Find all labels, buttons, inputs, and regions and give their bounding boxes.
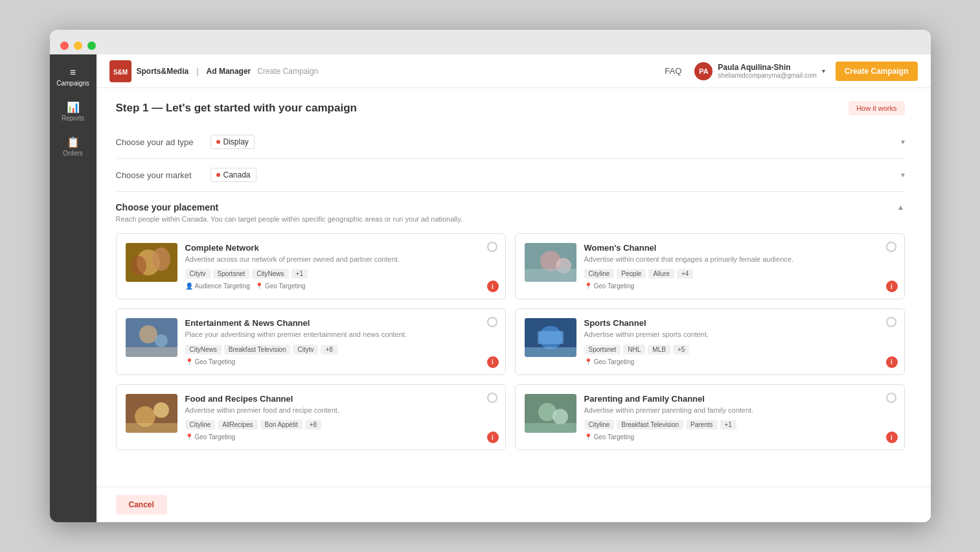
card-title-complete-network: Complete Network: [185, 243, 496, 253]
ad-type-label: Choose your ad type: [116, 137, 200, 147]
placement-card-entertainment-news[interactable]: Entertainment & News Channel Place your …: [116, 308, 506, 374]
card-info-button-complete-network[interactable]: i: [487, 281, 499, 292]
user-menu-chevron[interactable]: ▾: [822, 67, 825, 75]
card-targeting-complete-network: 👤 Audience Targeting 📍 Geo Targeting: [185, 282, 496, 290]
card-tags-womens: Cityline People Allure +4: [584, 269, 895, 279]
card-info-button-entertainment[interactable]: i: [487, 356, 499, 368]
card-tag-more: +8: [305, 420, 321, 430]
placement-card-complete-network[interactable]: Complete Network Advertise across our ne…: [116, 233, 506, 299]
sidebar-item-campaigns[interactable]: ≡ Campaigns: [50, 61, 97, 93]
targeting-geo: 📍 Geo Targeting: [185, 433, 236, 441]
traffic-light-green[interactable]: [87, 41, 96, 50]
logo-area: S&M Sports&Media | Ad Manager: [109, 60, 251, 82]
card-tag: CityNews: [252, 269, 288, 279]
placement-card-parenting[interactable]: Parenting and Family Channel Advertise w…: [515, 384, 905, 450]
svg-rect-16: [538, 331, 564, 344]
card-desc-food: Advertise within premier food and recipe…: [185, 406, 496, 415]
market-accordion[interactable]: Choose your market Canada ▾: [116, 159, 905, 192]
card-tag: Sportsnet: [584, 345, 621, 354]
browser-chrome: [50, 30, 931, 54]
card-title-sports: Sports Channel: [584, 318, 895, 328]
card-targeting-womens: 📍 Geo Targeting: [584, 282, 895, 290]
app-container: ≡ Campaigns 📊 Reports 📋 Orders S&M: [50, 54, 931, 522]
geo-icon: 📍: [584, 433, 592, 441]
card-title-food: Food and Recipes Channel: [185, 394, 496, 404]
topbar: S&M Sports&Media | Ad Manager Create Cam…: [97, 54, 931, 88]
card-desc-entertainment: Place your advertising within premier en…: [185, 330, 496, 339]
traffic-light-red[interactable]: [60, 41, 69, 50]
card-tag-more: +1: [720, 420, 736, 430]
placement-title-row: Choose your placement ▲: [116, 202, 905, 213]
create-campaign-button[interactable]: Create Campaign: [836, 62, 918, 81]
svg-point-24: [553, 409, 568, 424]
card-targeting-entertainment: 📍 Geo Targeting: [185, 358, 496, 365]
ad-type-accordion-header[interactable]: Choose your ad type Display ▾: [116, 135, 905, 149]
card-tags-sports: Sportsnet NHL MLB +5: [584, 345, 895, 354]
targeting-label: Geo Targeting: [594, 358, 635, 365]
avatar: PA: [694, 62, 712, 80]
targeting-geo: 📍 Geo Targeting: [584, 433, 635, 441]
placement-card-food-recipes[interactable]: Food and Recipes Channel Advertise withi…: [116, 384, 506, 450]
breadcrumb: Create Campaign: [257, 67, 318, 76]
card-radio-parenting[interactable]: [886, 393, 896, 403]
targeting-label: Geo Targeting: [594, 282, 635, 290]
svg-rect-17: [525, 347, 576, 357]
card-tags-entertainment: CityNews Breakfast Television Citytv +8: [185, 345, 496, 354]
card-tag-more: +4: [677, 269, 693, 279]
card-info-button-food[interactable]: i: [487, 431, 499, 443]
placement-chevron[interactable]: ▲: [897, 203, 905, 212]
audience-icon: 👤: [185, 282, 193, 290]
geo-icon: 📍: [185, 358, 193, 365]
card-radio-food[interactable]: [487, 393, 497, 403]
how-it-works-button[interactable]: How it works: [849, 101, 904, 115]
svg-rect-25: [525, 423, 576, 433]
campaigns-icon: ≡: [70, 67, 76, 78]
card-tag-more: +5: [673, 345, 689, 354]
sidebar-item-reports[interactable]: 📊 Reports: [50, 96, 97, 128]
card-targeting-sports: 📍 Geo Targeting: [584, 358, 895, 365]
market-label-area: Choose your market Canada: [116, 168, 256, 182]
geo-icon: 📍: [584, 358, 592, 365]
card-targeting-food: 📍 Geo Targeting: [185, 433, 496, 441]
sidebar-item-label-reports: Reports: [62, 115, 84, 122]
card-info-button-sports[interactable]: i: [886, 356, 898, 368]
faq-link[interactable]: FAQ: [665, 66, 681, 76]
user-info: Paula Aquilina-Shin sheliamidcompanyma@g…: [718, 63, 816, 79]
traffic-light-yellow[interactable]: [74, 41, 82, 50]
card-thumbnail-sports: [525, 318, 576, 357]
ad-type-accordion[interactable]: Choose your ad type Display ▾: [116, 126, 905, 159]
card-tag: People: [617, 269, 646, 279]
card-title-entertainment: Entertainment & News Channel: [185, 318, 496, 328]
cancel-button[interactable]: Cancel: [116, 495, 167, 514]
targeting-label: Geo Targeting: [195, 433, 236, 441]
card-tag-more: +1: [291, 269, 308, 279]
geo-icon: 📍: [255, 282, 263, 290]
targeting-label: Geo Targeting: [195, 358, 236, 365]
card-tag: Citytv: [185, 269, 211, 279]
card-radio-entertainment[interactable]: [487, 317, 497, 327]
card-radio-complete-network[interactable]: [487, 242, 497, 252]
card-tag: NHL: [623, 345, 645, 354]
card-radio-womens[interactable]: [886, 242, 896, 252]
placement-card-sports[interactable]: Sports Channel Advertise within premier …: [515, 308, 905, 374]
market-tag: Canada: [211, 168, 256, 182]
sidebar-item-orders[interactable]: 📋 Orders: [50, 131, 97, 163]
card-info-button-parenting[interactable]: i: [886, 431, 898, 443]
user-area: PA Paula Aquilina-Shin sheliamidcompanym…: [694, 62, 825, 80]
card-info-complete-network: Complete Network Advertise across our ne…: [185, 243, 496, 290]
placement-card-womens-channel[interactable]: Women's Channel Advertise within content…: [515, 233, 905, 299]
logo-icon: S&M: [109, 60, 131, 82]
card-radio-sports[interactable]: [886, 317, 896, 327]
market-accordion-header[interactable]: Choose your market Canada ▾: [116, 168, 905, 182]
card-info-button-womens[interactable]: i: [886, 281, 898, 292]
card-thumbnail-complete-network: [126, 243, 177, 282]
ad-type-chevron: ▾: [901, 137, 905, 146]
card-tag: Citytv: [293, 345, 318, 354]
card-tags-complete-network: Citytv Sportsnet CityNews +1: [185, 269, 496, 279]
card-tag: Cityline: [185, 420, 216, 430]
card-desc-womens: Advertise within content that engages a …: [584, 255, 895, 264]
card-tag: Bon Appétit: [260, 420, 302, 430]
orders-icon: 📋: [67, 137, 80, 148]
card-tag: Sportsnet: [213, 269, 250, 279]
card-desc-complete-network: Advertise across our network of premier …: [185, 255, 496, 264]
